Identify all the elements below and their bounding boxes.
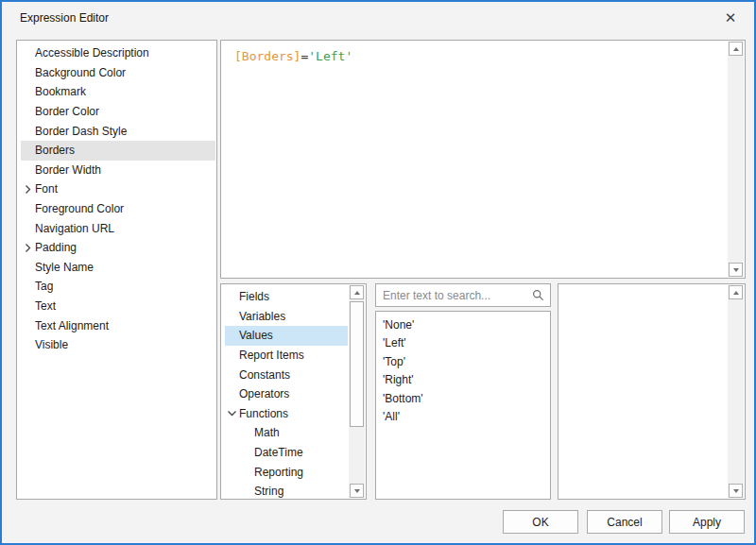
property-item-navigation-url[interactable]: Navigation URL <box>21 218 215 238</box>
scroll-down-button[interactable] <box>729 484 743 498</box>
category-item-math[interactable]: Math <box>225 423 348 443</box>
property-item-border-dash-style[interactable]: Border Dash Style <box>21 121 215 141</box>
chevron-right-icon[interactable] <box>22 242 33 253</box>
description-scrollbar[interactable] <box>728 285 744 498</box>
scroll-down-button[interactable] <box>729 263 743 277</box>
expression-code-editor[interactable]: [Borders]='Left' <box>220 40 746 279</box>
categories-scrollbar[interactable] <box>349 285 365 498</box>
property-item-bookmark[interactable]: Bookmark <box>21 82 215 102</box>
property-item-text-alignment[interactable]: Text Alignment <box>21 315 215 335</box>
chevron-right-icon[interactable] <box>22 183 33 195</box>
scroll-up-button[interactable] <box>729 285 743 299</box>
property-item-background-color[interactable]: Background Color <box>21 63 215 83</box>
properties-panel: Accessible Description Background Color … <box>16 40 217 500</box>
category-item-fields[interactable]: Fields <box>225 287 348 307</box>
description-panel <box>558 283 746 500</box>
triangle-down-icon <box>733 489 739 493</box>
token-string: 'Left' <box>308 49 352 63</box>
category-item-operators[interactable]: Operators <box>225 384 348 404</box>
triangle-up-icon <box>354 291 360 295</box>
category-item-constants[interactable]: Constants <box>225 365 348 384</box>
chevron-down-icon[interactable] <box>226 408 237 419</box>
scroll-up-button[interactable] <box>350 285 364 299</box>
triangle-down-icon <box>354 489 360 493</box>
category-item-variables[interactable]: Variables <box>225 307 348 327</box>
token-field: [Borders] <box>234 49 301 63</box>
ok-button[interactable]: OK <box>503 510 578 534</box>
editor-scrollbar[interactable] <box>728 42 744 277</box>
values-list-panel: 'None' 'Left' 'Top' 'Right' 'Bottom' 'Al… <box>375 311 551 500</box>
expression-text: [Borders]='Left' <box>221 41 745 63</box>
category-item-report-items[interactable]: Report Items <box>225 346 348 366</box>
value-item-top[interactable]: 'Top' <box>376 352 550 371</box>
category-item-functions[interactable]: Functions <box>225 404 348 424</box>
property-item-border-width[interactable]: Border Width <box>21 161 215 180</box>
property-item-borders-selected[interactable]: Borders <box>21 141 215 161</box>
value-item-left[interactable]: 'Left' <box>376 334 550 353</box>
property-item-tag[interactable]: Tag <box>21 277 215 297</box>
dialog-title: Expression Editor <box>20 11 109 25</box>
scrollbar-thumb[interactable] <box>350 301 364 427</box>
search-box <box>375 283 551 307</box>
triangle-up-icon <box>733 47 739 51</box>
value-item-none[interactable]: 'None' <box>376 315 550 334</box>
category-item-values-selected[interactable]: Values <box>225 326 348 346</box>
expression-editor-dialog: Expression Editor ✕ Accessible Descripti… <box>0 0 756 545</box>
value-item-all[interactable]: 'All' <box>376 408 550 427</box>
value-item-right[interactable]: 'Right' <box>376 371 550 390</box>
magnifier-icon[interactable] <box>532 289 544 301</box>
property-item-padding[interactable]: Padding <box>21 238 215 258</box>
cancel-button[interactable]: Cancel <box>587 510 662 534</box>
triangle-up-icon <box>733 291 739 295</box>
property-item-foreground-color[interactable]: Foreground Color <box>21 199 215 219</box>
property-item-font[interactable]: Font <box>21 179 215 199</box>
value-item-bottom[interactable]: 'Bottom' <box>376 389 550 408</box>
close-icon[interactable]: ✕ <box>720 8 741 28</box>
property-item-accessible-description[interactable]: Accessible Description <box>21 43 215 63</box>
scroll-down-button[interactable] <box>350 484 364 498</box>
property-item-border-color[interactable]: Border Color <box>21 102 215 122</box>
category-item-string[interactable]: String <box>225 482 348 500</box>
search-input[interactable] <box>376 284 550 306</box>
property-item-style-name[interactable]: Style Name <box>21 258 215 278</box>
property-item-text[interactable]: Text <box>21 297 215 316</box>
categories-panel: Fields Variables Values Report Items Con… <box>220 283 367 500</box>
property-item-visible[interactable]: Visible <box>21 335 215 355</box>
apply-button[interactable]: Apply <box>669 510 745 534</box>
triangle-down-icon <box>733 268 739 272</box>
category-item-datetime[interactable]: DateTime <box>225 443 348 463</box>
scroll-up-button[interactable] <box>729 42 743 56</box>
category-item-reporting[interactable]: Reporting <box>225 462 348 482</box>
